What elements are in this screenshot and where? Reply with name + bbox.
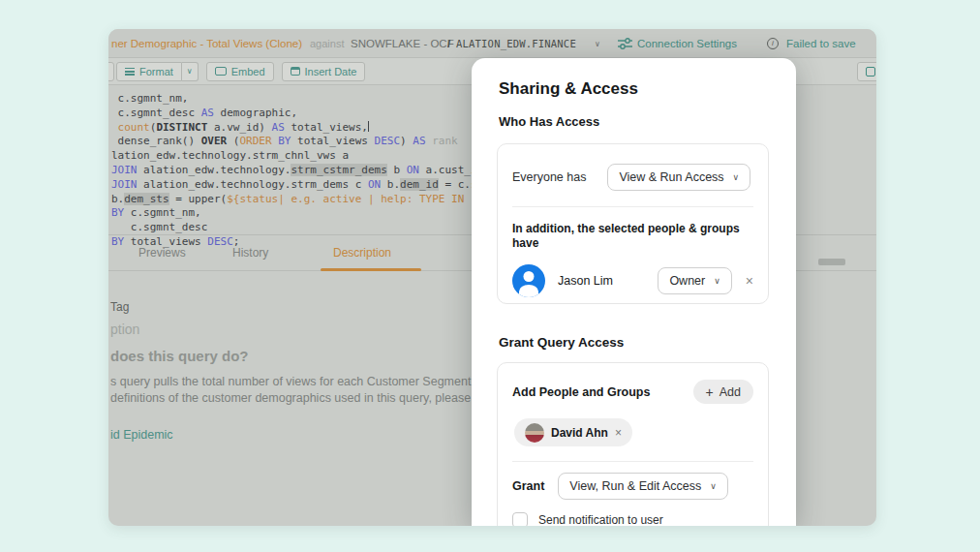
description-body-line2: definitions of the customer demographics… [110,391,505,405]
grant-access-value: View, Run & Edit Access [569,479,701,493]
chevron-down-icon: ∨ [733,172,740,182]
grant-access-dropdown[interactable]: View, Run & Edit Access ∨ [558,473,728,500]
against-label: against [310,38,344,49]
chevron-down-icon: ∨ [714,276,720,286]
grant-row: Grant View, Run & Edit Access ∨ [512,473,753,500]
who-has-access-heading: Who Has Access [499,114,599,129]
add-button-label: Add [720,385,741,399]
connection-sliders-icon [618,38,632,49]
query-topbar: ner Demographic - Total Views (Clone) ag… [108,29,876,58]
format-dropdown-caret[interactable]: ∨ [182,62,199,81]
sharing-access-modal: Sharing & Access Who Has Access Everyone… [472,58,796,526]
save-status: Failed to save [786,38,856,49]
grant-label: Grant [512,479,544,493]
chip-avatar [525,423,544,443]
chevron-down-icon: ∨ [710,481,717,491]
tab-description[interactable]: Description [333,246,391,260]
who-has-access-card: Everyone has View & Run Access ∨ In addi… [497,143,769,304]
path-separator: / [447,38,450,49]
embed-button-label: Embed [231,66,265,77]
remove-person-icon[interactable]: × [746,274,753,288]
notification-row: Send notification to user [512,512,753,526]
description-heading: does this query do? [110,348,249,364]
description-placeholder[interactable]: ption [110,322,139,337]
everyone-access-dropdown[interactable]: View & Run Access ∨ [607,164,750,191]
description-body-line1: s query pulls the total number of views … [110,375,508,388]
tag-label[interactable]: Tag [110,300,129,314]
chip-name: David Ahn [551,426,608,440]
modal-title: Sharing & Access [499,79,638,99]
person-row: Jason Lim Owner ∨ × [512,264,753,297]
everyone-access-row: Everyone has View & Run Access ∨ [498,144,768,191]
in-addition-note: In addition, the selected people & group… [512,222,753,251]
person-role-value: Owner [669,274,705,288]
datasource-name: SNOWFLAKE - OCF [351,38,454,49]
divider [512,461,753,462]
person-role-dropdown[interactable]: Owner ∨ [658,267,731,294]
add-people-row: Add People and Groups + Add [498,363,768,404]
remove-chip-icon[interactable]: × [615,426,622,440]
grant-access-card: Add People and Groups + Add David Ahn × … [497,362,769,526]
person-name: Jason Lim [558,274,613,288]
divider [512,206,753,207]
grant-query-access-heading: Grant Query Access [499,335,624,350]
format-button[interactable]: Format [116,62,182,81]
connection-settings-link[interactable]: Connection Settings [637,38,737,49]
partial-button-icon [866,67,875,77]
partial-button-left[interactable] [108,62,114,81]
everyone-has-label: Everyone has [512,170,586,184]
everyone-access-value: View & Run Access [619,170,723,184]
add-button[interactable]: + Add [693,380,753,404]
partial-button-right[interactable] [857,62,876,81]
plus-icon: + [706,384,714,400]
embed-button[interactable]: Embed [206,62,274,81]
calendar-icon [291,67,300,76]
insert-date-button[interactable]: Insert Date [282,62,366,81]
chevron-down-icon[interactable]: ∨ [595,39,600,47]
active-tab-underline [321,268,421,271]
info-icon[interactable]: i [767,38,779,49]
selected-person-chip[interactable]: David Ahn × [514,418,632,446]
tab-previews[interactable]: Previews [138,246,186,260]
add-people-label: Add People and Groups [512,385,650,399]
send-notification-label: Send notification to user [538,513,663,526]
description-link[interactable]: id Epidemic [110,428,173,442]
query-title: ner Demographic - Total Views (Clone) [111,38,302,49]
embed-icon [215,67,227,76]
user-avatar [512,264,545,297]
drag-handle-icon [818,259,845,265]
tab-history[interactable]: History [232,246,268,260]
format-button-label: Format [139,66,173,77]
chevron-down-icon: ∨ [187,67,193,76]
send-notification-checkbox[interactable] [512,512,528,526]
app-window: ner Demographic - Total Views (Clone) ag… [108,29,876,526]
insert-date-button-label: Insert Date [305,66,357,77]
schema-selector[interactable]: ALATION_EDW.FINANCE [456,38,576,49]
format-icon [125,68,135,76]
